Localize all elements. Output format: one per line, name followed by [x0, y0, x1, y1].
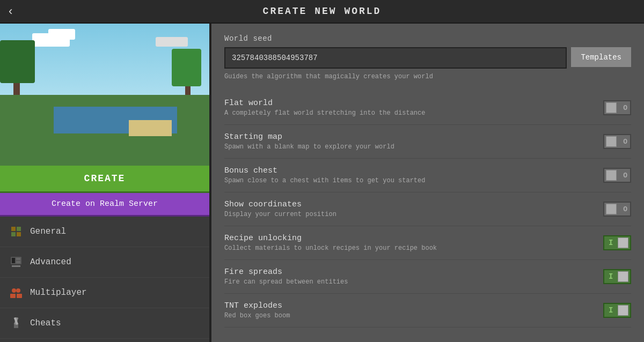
toggle-switch-show-coordinates[interactable]	[603, 202, 631, 217]
svg-rect-8	[12, 265, 20, 267]
toggle-knob-fire-spreads	[618, 271, 628, 282]
toggle-knob-starting-map	[606, 136, 617, 147]
toggle-knob-show-coordinates	[606, 204, 617, 214]
seed-row: Templates	[224, 47, 631, 69]
main-layout: CREATE Create on Realm Server General	[0, 24, 644, 342]
toggle-on-recipe-unlocking[interactable]	[603, 235, 631, 250]
toggle-desc-show-coordinates: Display your current position	[224, 211, 592, 218]
toggle-item-tnt-explodes: TNT explodesRed box goes boom	[224, 294, 631, 328]
sidebar-item-advanced[interactable]: Advanced	[0, 247, 209, 278]
general-icon	[9, 224, 24, 239]
seed-input[interactable]	[224, 47, 567, 69]
toggle-info-bonus-chest: Bonus chestSpawn close to a chest with i…	[224, 166, 592, 184]
cheats-icon	[9, 316, 24, 331]
sidebar-item-multiplayer-label: Multiplayer	[30, 288, 87, 298]
toggle-info-recipe-unlocking: Recipe unlockingCollect materials to unl…	[224, 234, 592, 252]
toggle-on-tnt-explodes[interactable]	[603, 303, 631, 318]
back-button[interactable]: ‹	[9, 4, 12, 18]
toggle-desc-tnt-explodes: Red box goes boom	[224, 312, 592, 319]
toggle-list: Flat worldA completely flat world stretc…	[224, 91, 631, 328]
toggle-title-starting-map: Starting map	[224, 132, 592, 142]
svg-rect-2	[11, 232, 16, 236]
world-seed-section: World seed Templates Guides the algorith…	[224, 34, 631, 80]
toggle-desc-flat-world: A completely flat world stretching into …	[224, 109, 592, 117]
toggle-info-tnt-explodes: TNT explodesRed box goes boom	[224, 301, 592, 319]
toggle-title-bonus-chest: Bonus chest	[224, 166, 592, 175]
toggle-item-show-coordinates: Show coordinatesDisplay your current pos…	[224, 192, 631, 226]
svg-rect-12	[17, 294, 22, 298]
toggle-title-recipe-unlocking: Recipe unlocking	[224, 234, 592, 243]
sidebar-item-general-label: General	[30, 227, 66, 236]
sidebar: CREATE Create on Realm Server General	[0, 24, 209, 342]
toggle-info-fire-spreads: Fire spreadsFire can spread between enti…	[224, 267, 592, 286]
svg-point-9	[12, 288, 16, 293]
toggle-item-bonus-chest: Bonus chestSpawn close to a chest with i…	[224, 159, 631, 192]
svg-rect-7	[16, 261, 20, 263]
toggle-off-starting-map[interactable]	[603, 134, 631, 149]
toggle-switch-fire-spreads[interactable]	[603, 269, 631, 284]
templates-button[interactable]: Templates	[571, 47, 631, 69]
toggle-knob-tnt-explodes	[618, 305, 628, 316]
sidebar-item-cheats[interactable]: Cheats	[0, 308, 209, 339]
toggle-title-fire-spreads: Fire spreads	[224, 267, 592, 277]
advanced-icon	[9, 255, 24, 270]
toggle-knob-flat-world	[606, 102, 617, 113]
toggle-switch-recipe-unlocking[interactable]	[603, 235, 631, 250]
svg-rect-1	[17, 227, 21, 231]
toggle-off-show-coordinates[interactable]	[603, 202, 631, 217]
sidebar-item-cheats-label: Cheats	[30, 318, 61, 328]
sidebar-item-advanced-label: Advanced	[30, 257, 71, 267]
svg-point-10	[16, 288, 20, 293]
toggle-on-fire-spreads[interactable]	[603, 269, 631, 284]
toggle-title-show-coordinates: Show coordinates	[224, 200, 592, 209]
toggle-desc-bonus-chest: Spawn close to a chest with items to get…	[224, 177, 592, 184]
toggle-off-flat-world[interactable]	[603, 100, 631, 115]
toggle-info-show-coordinates: Show coordinatesDisplay your current pos…	[224, 200, 592, 218]
toggle-title-tnt-explodes: TNT explodes	[224, 301, 592, 310]
toggle-info-flat-world: Flat worldA completely flat world stretc…	[224, 99, 592, 117]
svg-rect-5	[12, 258, 15, 263]
svg-rect-11	[10, 294, 16, 298]
toggle-switch-bonus-chest[interactable]	[603, 168, 631, 183]
toggle-knob-bonus-chest	[606, 170, 617, 181]
header: ‹ CREATE NEW WORLD	[0, 0, 644, 24]
right-panel: World seed Templates Guides the algorith…	[211, 24, 644, 342]
toggle-info-starting-map: Starting mapSpawn with a blank map to ex…	[224, 132, 592, 151]
toggle-item-recipe-unlocking: Recipe unlockingCollect materials to unl…	[224, 226, 631, 260]
toggle-desc-starting-map: Spawn with a blank map to explore your w…	[224, 143, 592, 151]
toggle-title-flat-world: Flat world	[224, 99, 592, 108]
toggle-item-fire-spreads: Fire spreadsFire can spread between enti…	[224, 260, 631, 294]
create-button[interactable]: CREATE	[0, 166, 209, 193]
svg-rect-15	[14, 325, 18, 328]
svg-rect-3	[17, 232, 21, 236]
toggle-knob-recipe-unlocking	[618, 237, 628, 248]
sidebar-item-resource-packs[interactable]: Resource Packs	[0, 339, 209, 342]
toggle-off-bonus-chest[interactable]	[603, 168, 631, 183]
seed-hint: Guides the algorithm that magically crea…	[224, 73, 631, 80]
svg-rect-6	[16, 258, 20, 260]
toggle-item-flat-world: Flat worldA completely flat world stretc…	[224, 91, 631, 125]
toggle-switch-starting-map[interactable]	[603, 134, 631, 149]
world-preview	[0, 24, 209, 166]
toggle-switch-tnt-explodes[interactable]	[603, 303, 631, 318]
toggle-switch-flat-world[interactable]	[603, 100, 631, 115]
sidebar-item-general[interactable]: General	[0, 217, 209, 247]
world-seed-label: World seed	[224, 34, 631, 43]
toggle-desc-recipe-unlocking: Collect materials to unlock recipes in y…	[224, 244, 592, 252]
page-title: CREATE NEW WORLD	[263, 6, 382, 17]
nav-list: General Advanced	[0, 217, 209, 342]
toggle-item-starting-map: Starting mapSpawn with a blank map to ex…	[224, 125, 631, 159]
sidebar-item-multiplayer[interactable]: Multiplayer	[0, 278, 209, 308]
svg-rect-0	[11, 227, 16, 231]
toggle-desc-fire-spreads: Fire can spread between entities	[224, 278, 592, 286]
realm-button[interactable]: Create on Realm Server	[0, 193, 209, 217]
multiplayer-icon	[9, 285, 24, 300]
